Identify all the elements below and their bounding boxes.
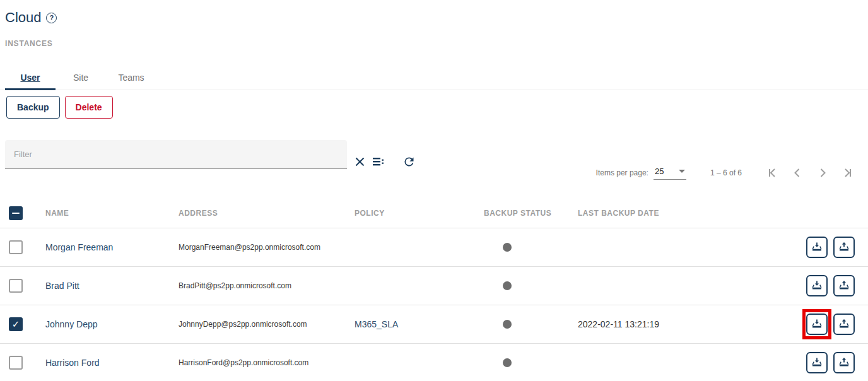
tab-bar: User Site Teams <box>0 65 868 90</box>
table-row: Harrison Ford HarrisonFord@ps2pp.onmicro… <box>0 344 868 381</box>
column-header-address: ADDRESS <box>179 209 218 218</box>
action-toolbar: Backup Delete <box>6 96 113 119</box>
backup-status-dot <box>503 243 512 252</box>
table-row: Johnny Depp JohnnyDepp@ps2pp.onmicrosoft… <box>0 305 868 344</box>
row-checkbox[interactable] <box>9 240 23 254</box>
table-row: Morgan Freeman MorganFreeman@ps2pp.onmic… <box>0 228 868 267</box>
last-backup-date: 2022-02-11 13:21:19 <box>578 319 659 329</box>
refresh-icon[interactable] <box>401 154 416 169</box>
tab-user[interactable]: User <box>5 65 56 90</box>
select-all-checkbox[interactable] <box>9 206 23 220</box>
backup-now-button[interactable] <box>833 275 855 296</box>
help-icon[interactable]: ? <box>46 13 57 23</box>
backup-now-button[interactable] <box>833 237 855 258</box>
next-page-button[interactable] <box>810 161 835 184</box>
items-per-page-label: Items per page: <box>596 168 648 177</box>
section-label: INSTANCES <box>5 39 53 48</box>
instance-address: MorganFreeman@ps2pp.onmicrosoft.com <box>179 243 320 252</box>
instance-policy: M365_SLA <box>355 319 398 329</box>
column-header-name: NAME <box>45 209 69 218</box>
instance-name-link[interactable]: Morgan Freeman <box>45 242 113 252</box>
items-per-page-select[interactable]: 25 <box>654 167 686 180</box>
cloud-instances-page: Cloud ? INSTANCES User Site Teams Backup… <box>0 0 868 381</box>
restore-button[interactable] <box>806 352 828 373</box>
instances-table: NAME ADDRESS POLICY BACKUP STATUS LAST B… <box>0 199 868 381</box>
backup-status-dot <box>503 281 512 290</box>
restore-button-wrap <box>806 237 828 258</box>
last-page-button[interactable] <box>835 161 860 184</box>
column-header-policy: POLICY <box>355 209 385 218</box>
delete-button[interactable]: Delete <box>65 96 113 119</box>
instance-address: HarrisonFord@ps2pp.onmicrosoft.com <box>179 358 308 367</box>
backup-status-dot <box>503 320 512 329</box>
pagination-controls <box>760 161 860 184</box>
page-header: Cloud ? <box>5 9 57 26</box>
instance-address: JohnnyDepp@ps2pp.onmicrosoft.com <box>179 320 307 329</box>
backup-status-dot <box>503 358 512 367</box>
instance-address: BradPitt@ps2pp.onmicrosoft.com <box>179 281 291 290</box>
clear-filter-icon[interactable] <box>352 154 367 169</box>
table-header-row: NAME ADDRESS POLICY BACKUP STATUS LAST B… <box>0 199 868 228</box>
instance-name-link[interactable]: Brad Pitt <box>45 281 79 291</box>
row-checkbox[interactable] <box>9 356 23 370</box>
restore-button-wrap <box>806 314 828 335</box>
filter-input[interactable] <box>5 140 347 169</box>
page-range-label: 1 – 6 of 6 <box>710 168 742 177</box>
items-per-page-value: 25 <box>655 167 664 176</box>
restore-button-wrap <box>806 275 828 296</box>
backup-now-button[interactable] <box>833 314 855 335</box>
tab-site[interactable]: Site <box>56 65 106 90</box>
restore-button[interactable] <box>806 275 828 296</box>
first-page-button[interactable] <box>760 161 785 184</box>
row-checkbox[interactable] <box>9 279 23 293</box>
backup-button[interactable]: Backup <box>6 96 60 119</box>
restore-button[interactable] <box>806 237 828 258</box>
tab-teams[interactable]: Teams <box>106 65 156 90</box>
chevron-down-icon <box>679 170 685 173</box>
row-checkbox[interactable] <box>9 317 23 331</box>
column-header-last-backup-date: LAST BACKUP DATE <box>578 209 659 218</box>
backup-now-button[interactable] <box>833 352 855 373</box>
previous-page-button[interactable] <box>785 161 810 184</box>
filter-settings-icon[interactable] <box>371 154 386 169</box>
instance-name-link[interactable]: Harrison Ford <box>45 358 100 368</box>
table-row: Brad Pitt BradPitt@ps2pp.onmicrosoft.com <box>0 267 868 305</box>
column-header-backup-status: BACKUP STATUS <box>484 209 551 218</box>
paginator: Items per page: 25 1 – 6 of 6 <box>596 161 868 184</box>
page-title: Cloud <box>5 9 41 26</box>
instance-name-link[interactable]: Johnny Depp <box>45 319 98 329</box>
restore-button[interactable] <box>806 314 828 335</box>
restore-button-wrap <box>806 352 828 373</box>
